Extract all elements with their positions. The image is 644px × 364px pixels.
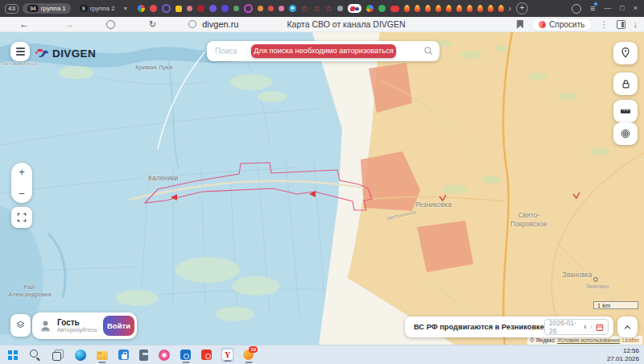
- taskbar-clock[interactable]: 12:56 27.01.2026: [607, 347, 644, 362]
- green-dot-favicon[interactable]: [378, 5, 386, 12]
- flame-tab-favicon[interactable]: [436, 5, 441, 12]
- taskbar-start[interactable]: [6, 345, 19, 364]
- flame-tab-favicon[interactable]: [415, 5, 420, 12]
- more-menu-icon[interactable]: ⋮: [601, 20, 609, 29]
- alice-icon: [539, 21, 546, 28]
- avatar: [39, 319, 52, 333]
- bookmark-icon[interactable]: [517, 20, 523, 29]
- hamburger-menu-button[interactable]: [10, 42, 30, 61]
- indigo-dot-favicon[interactable]: [221, 5, 229, 12]
- tab-group-2[interactable]: 9 группа 2: [75, 3, 120, 14]
- youtube-favicon[interactable]: [390, 6, 399, 12]
- tab-counter[interactable]: 43: [5, 4, 19, 14]
- taskbar-photos[interactable]: [157, 345, 171, 364]
- zoom-in-button[interactable]: +: [11, 167, 32, 177]
- protect-shield-icon[interactable]: [106, 20, 115, 29]
- flame-tab-favicon[interactable]: [467, 5, 473, 12]
- photos-icon: [159, 350, 170, 361]
- lock-icon: [620, 78, 632, 90]
- google-favicon[interactable]: [366, 5, 374, 12]
- taskbar-acrobat[interactable]: [200, 345, 213, 364]
- flame-tab-favicon[interactable]: [477, 5, 483, 12]
- taskbar-edge[interactable]: [73, 345, 88, 364]
- fullscreen-button[interactable]: [11, 207, 32, 228]
- flame-tab-favicon[interactable]: [488, 5, 493, 12]
- browser-menu-icon[interactable]: ≡: [590, 4, 595, 13]
- star-favicon[interactable]: ☆: [301, 5, 308, 13]
- map-search-bar[interactable]: Поиск Для поиска необходимо авторизовать…: [207, 41, 440, 61]
- tab-dropdown-chevron-icon[interactable]: ▾: [124, 6, 127, 12]
- downloads-icon[interactable]: ↓: [634, 19, 638, 29]
- minimize-button[interactable]: —: [604, 5, 611, 12]
- flame-tab-favicon[interactable]: [446, 5, 452, 12]
- label-melovaya-flora: Меловая флора: [2, 61, 38, 68]
- back-icon[interactable]: ←: [19, 19, 29, 29]
- ask-label: Спросить: [549, 20, 584, 29]
- pink-dash-favicon[interactable]: [279, 6, 284, 11]
- taskbar-notifications[interactable]: 10: [242, 345, 255, 364]
- lock-map-button[interactable]: [613, 72, 638, 95]
- date-value: 2026-01-26: [549, 319, 580, 335]
- purple-ring-favicon[interactable]: [162, 4, 171, 13]
- orange-small-favicon[interactable]: [258, 6, 263, 11]
- calendar-icon[interactable]: [596, 323, 604, 332]
- prev-date-chevron-icon[interactable]: ‹: [584, 323, 586, 331]
- browser-window: 43 94 группа 1 9 группа 2 ▾ ☆☆☆›+ ≡ — □ …: [0, 0, 644, 364]
- forward-icon[interactable]: →: [64, 19, 74, 29]
- gmail-favicon[interactable]: [138, 5, 145, 12]
- taskbar-calculator[interactable]: [138, 345, 150, 364]
- green-small-favicon[interactable]: [233, 6, 239, 11]
- edge-icon: [75, 350, 86, 361]
- star-favicon[interactable]: ☆: [325, 5, 332, 13]
- attribution-terms-link[interactable]: Условия использования: [557, 337, 620, 343]
- divgen-pinned-tab[interactable]: [348, 4, 361, 13]
- close-button[interactable]: ×: [634, 5, 638, 12]
- file-explorer-icon: [97, 351, 108, 360]
- taskbar-search[interactable]: [27, 345, 43, 364]
- measure-ruler-button[interactable]: [613, 100, 638, 122]
- yellow-square-favicon[interactable]: [175, 6, 182, 12]
- tab-badge: 9: [80, 5, 88, 12]
- profile-icon[interactable]: [572, 4, 581, 14]
- taskbar-outlook[interactable]: [179, 345, 192, 364]
- flame-tab-favicon[interactable]: [404, 5, 410, 12]
- new-tab-button[interactable]: +: [516, 2, 528, 14]
- radius-target-button[interactable]: [613, 122, 638, 145]
- next-date-chevron-icon[interactable]: ›: [590, 323, 592, 331]
- taskbar-task-view[interactable]: [50, 345, 66, 364]
- purple-dot-favicon[interactable]: [209, 5, 217, 12]
- map-canvas[interactable]: Меловая флораКривая ЛукаКаленикиРезников…: [0, 32, 644, 345]
- red-small-favicon[interactable]: [268, 6, 274, 11]
- flame-tab-favicon[interactable]: [456, 5, 462, 12]
- tab-group-1[interactable]: 94 группа 1: [23, 3, 71, 14]
- gray-dot-favicon[interactable]: [337, 6, 343, 11]
- login-button[interactable]: Войти: [103, 316, 134, 336]
- collapse-news-button[interactable]: [617, 316, 638, 337]
- ask-alice-button[interactable]: Спросить: [531, 18, 592, 31]
- attribution-lib-link[interactable]: Leaflet: [622, 337, 639, 343]
- red-dot-favicon[interactable]: [150, 5, 157, 12]
- taskbar-store[interactable]: [117, 345, 130, 364]
- site-badge-icon[interactable]: [188, 20, 196, 28]
- label-ray-aleksandrovka: Рай- Александровка: [8, 283, 51, 299]
- star-favicon[interactable]: ☆: [313, 5, 320, 13]
- flame-tab-favicon[interactable]: [425, 5, 431, 12]
- date-picker[interactable]: 2026-01-26 ‹ ›: [544, 319, 609, 335]
- reload-icon[interactable]: ↻: [149, 20, 156, 29]
- taskbar-yandex-browser[interactable]: Y: [221, 347, 234, 362]
- taskbar-file-explorer[interactable]: [95, 345, 109, 364]
- url-text[interactable]: divgen.ru: [202, 19, 238, 29]
- magenta-ring-favicon[interactable]: [244, 4, 253, 13]
- maximize-button[interactable]: □: [620, 5, 624, 12]
- layers-button[interactable]: [10, 314, 31, 337]
- tab-overflow-chevron[interactable]: ›: [509, 5, 511, 13]
- darkred-dot-favicon[interactable]: [197, 5, 204, 12]
- telegram-favicon[interactable]: [289, 5, 296, 12]
- pink-small-favicon[interactable]: [187, 6, 192, 11]
- search-icon[interactable]: [423, 45, 434, 60]
- geolocation-button[interactable]: [613, 42, 638, 64]
- flame-tab-favicon[interactable]: [498, 5, 504, 12]
- side-panels-icon[interactable]: [617, 20, 625, 29]
- zoom-out-button[interactable]: −: [11, 188, 32, 199]
- taskbar-icons: Y10: [0, 345, 255, 364]
